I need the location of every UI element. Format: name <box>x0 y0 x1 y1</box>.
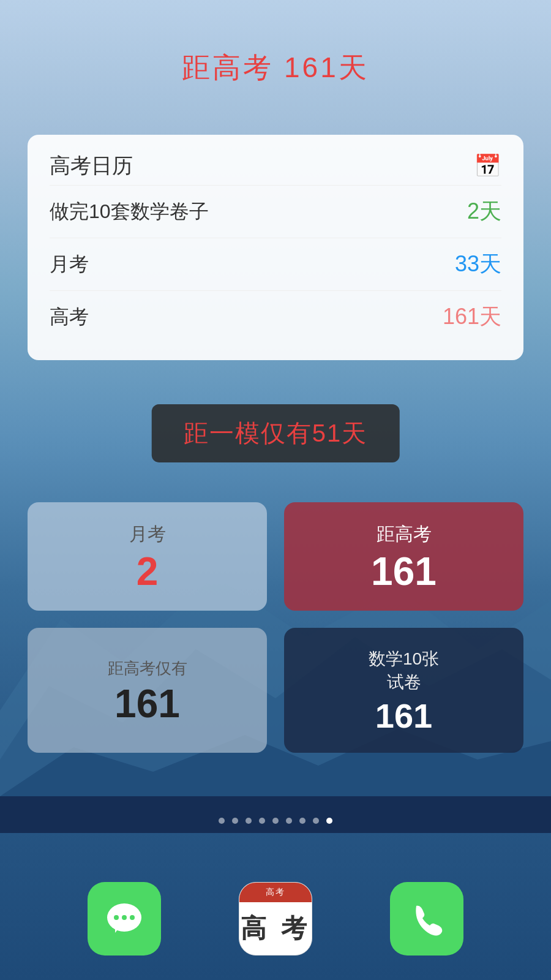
widget-yuekao[interactable]: 月考 2 <box>28 502 267 611</box>
card-row-math: 做完10套数学卷子 2天 <box>50 185 501 238</box>
widget-jinyou-label: 距高考仅有 <box>108 658 187 679</box>
gaokao-top-text: 高考 <box>266 887 285 898</box>
widget-jinyou-number: 161 <box>114 684 180 723</box>
widget-gaokao[interactable]: 距高考 161 <box>284 502 523 611</box>
card-row-gaokao: 高考 161天 <box>50 290 501 343</box>
widget-jinyou[interactable]: 距高考仅有 161 <box>28 628 267 753</box>
page-dot-9 <box>326 818 332 824</box>
yimo-text: 距一模仅有51天 <box>184 420 368 447</box>
page-dot-4 <box>259 818 265 824</box>
page-dot-1 <box>219 818 225 824</box>
gaokao-body-text: 高 考 <box>241 911 310 946</box>
page-dot-3 <box>246 818 252 824</box>
messages-app-icon[interactable] <box>88 882 161 956</box>
yimo-countdown-banner: 距一模仅有51天 <box>152 404 400 462</box>
calendar-card[interactable]: 高考日历 📅 做完10套数学卷子 2天 月考 33天 高考 161天 <box>28 135 523 360</box>
page-dot-2 <box>232 818 238 824</box>
card-title: 高考日历 <box>50 152 133 180</box>
row1-label: 做完10套数学卷子 <box>50 198 209 225</box>
widget-gaokao-label: 距高考 <box>377 522 432 547</box>
widget-gaokao-number: 161 <box>371 552 437 591</box>
svg-point-7 <box>130 915 135 920</box>
page-dot-8 <box>313 818 319 824</box>
widget-shuxue-label: 数学10张试卷 <box>369 647 439 694</box>
widget-shuxue[interactable]: 数学10张试卷 161 <box>284 628 523 753</box>
widget-yuekao-number: 2 <box>137 552 159 591</box>
row2-label: 月考 <box>50 251 89 278</box>
calendar-icon: 📅 <box>474 153 501 179</box>
phone-app-icon[interactable] <box>390 882 463 956</box>
page-indicator <box>0 818 551 824</box>
gaokao-top-bar: 高考 <box>239 883 312 902</box>
gaokao-body: 高 考 <box>241 902 310 955</box>
screen: 距高考 161天 高考日历 📅 做完10套数学卷子 2天 月考 33天 高考 1… <box>0 0 551 980</box>
page-dot-5 <box>272 818 279 824</box>
svg-rect-3 <box>0 796 551 833</box>
row2-value: 33天 <box>455 249 501 279</box>
card-row-yuekao: 月考 33天 <box>50 238 501 290</box>
phone-icon <box>405 897 448 940</box>
svg-point-5 <box>114 915 119 920</box>
widget-shuxue-number: 161 <box>375 699 432 733</box>
widget-grid: 月考 2 距高考 161 距高考仅有 161 数学10张试卷 161 <box>28 502 523 753</box>
widget-yuekao-label: 月考 <box>129 522 166 547</box>
svg-point-6 <box>122 915 127 920</box>
page-dot-6 <box>286 818 292 824</box>
row3-label: 高考 <box>50 304 89 331</box>
top-countdown-text: 距高考 161天 <box>0 49 551 87</box>
dock: 高考 高 考 <box>0 882 551 956</box>
page-dot-7 <box>299 818 305 824</box>
messages-icon <box>103 897 146 940</box>
row3-value: 161天 <box>443 302 501 332</box>
gaokao-app-icon[interactable]: 高考 高 考 <box>239 882 312 956</box>
row1-value: 2天 <box>467 197 501 227</box>
